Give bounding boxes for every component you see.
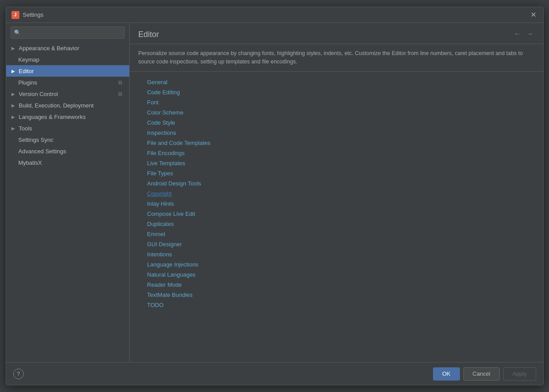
main-title: Editor (138, 30, 513, 39)
sub-item-code-editing[interactable]: Code Editing (138, 87, 534, 97)
editor-description: Personalize source code appearance by ch… (130, 44, 543, 72)
close-button[interactable]: ✕ (529, 11, 538, 19)
arrow-icon: ▶ (11, 92, 17, 96)
sidebar-item-mybatisx[interactable]: MybatisX (6, 157, 129, 168)
sub-item-inlay-hints[interactable]: Inlay Hints (138, 199, 534, 209)
sub-item-emmet[interactable]: Emmet (138, 229, 534, 239)
nav-arrows: ← → (513, 30, 534, 38)
search-icon: 🔍 (14, 30, 21, 36)
help-button[interactable]: ? (13, 369, 24, 379)
sub-item-gui-designer[interactable]: GUI Designer (138, 239, 534, 249)
arrow-icon: ▶ (11, 115, 17, 119)
sidebar-item-languages[interactable]: ▶ Languages & Frameworks (6, 111, 129, 122)
footer: ? OK Cancel Apply (6, 362, 543, 385)
arrow-icon: ▶ (11, 69, 17, 74)
sidebar: 🔍 ▶ Appearance & Behavior Keymap ▶ Edito… (6, 23, 130, 362)
sub-item-reader-mode[interactable]: Reader Mode (138, 280, 534, 290)
sub-item-compose-live-edit[interactable]: Compose Live Edit (138, 209, 534, 219)
sub-item-copyright[interactable]: Copyright (138, 189, 534, 199)
sub-items-list: General Code Editing Font Color Scheme C… (130, 72, 543, 362)
arrow-icon: ▶ (11, 103, 17, 108)
sub-item-code-style[interactable]: Code Style (138, 118, 534, 128)
arrow-icon: ▶ (11, 46, 17, 51)
sub-item-file-types[interactable]: File Types (138, 168, 534, 178)
sidebar-item-keymap[interactable]: Keymap (6, 54, 129, 65)
sidebar-item-settings-sync[interactable]: Settings Sync (6, 134, 129, 145)
sub-item-natural-languages[interactable]: Natural Languages (138, 270, 534, 280)
sub-item-inspections[interactable]: Inspections (138, 128, 534, 138)
sub-item-color-scheme[interactable]: Color Scheme (138, 107, 534, 118)
sub-item-file-code-templates[interactable]: File and Code Templates (138, 138, 534, 148)
plugins-badge: ⊟ (117, 79, 124, 86)
sidebar-item-build[interactable]: ▶ Build, Execution, Deployment (6, 100, 129, 111)
arrow-icon: ▶ (11, 126, 17, 131)
sub-item-font[interactable]: Font (138, 97, 534, 107)
dialog-title: Settings (23, 11, 529, 18)
sidebar-item-tools[interactable]: ▶ Tools (6, 122, 129, 134)
sub-item-file-encodings[interactable]: File Encodings (138, 148, 534, 158)
apply-button[interactable]: Apply (503, 367, 536, 381)
forward-button[interactable]: → (526, 30, 534, 38)
search-box[interactable]: 🔍 (11, 26, 125, 39)
sub-item-textmate-bundles[interactable]: TextMate Bundles (138, 290, 534, 300)
sub-item-android-design-tools[interactable]: Android Design Tools (138, 178, 534, 189)
vc-badge: ⊟ (117, 90, 124, 97)
sidebar-item-appearance[interactable]: ▶ Appearance & Behavior (6, 42, 129, 54)
back-button[interactable]: ← (513, 30, 522, 38)
app-icon: J (11, 11, 19, 19)
ok-button[interactable]: OK (433, 367, 460, 381)
sidebar-item-version-control[interactable]: ▶ Version Control ⊟ (6, 88, 129, 100)
main-content: Editor ← → Personalize source code appea… (130, 23, 543, 362)
sub-item-todo[interactable]: TODO (138, 300, 534, 310)
sub-item-intentions[interactable]: Intentions (138, 249, 534, 259)
sub-item-general[interactable]: General (138, 77, 534, 87)
sidebar-item-editor[interactable]: ▶ Editor (6, 65, 129, 77)
sub-item-language-injections[interactable]: Language Injections (138, 259, 534, 270)
main-header: Editor ← → (130, 23, 543, 44)
sub-item-live-templates[interactable]: Live Templates (138, 158, 534, 168)
settings-dialog: J Settings ✕ 🔍 ▶ Appearance & Behavior K… (6, 7, 544, 385)
sidebar-item-advanced-settings[interactable]: Advanced Settings (6, 145, 129, 157)
search-input[interactable] (23, 30, 121, 36)
dialog-body: 🔍 ▶ Appearance & Behavior Keymap ▶ Edito… (6, 23, 543, 362)
title-bar: J Settings ✕ (6, 7, 543, 23)
sub-item-duplicates[interactable]: Duplicates (138, 219, 534, 229)
cancel-button[interactable]: Cancel (463, 367, 500, 381)
sidebar-item-plugins[interactable]: Plugins ⊟ (6, 77, 129, 88)
